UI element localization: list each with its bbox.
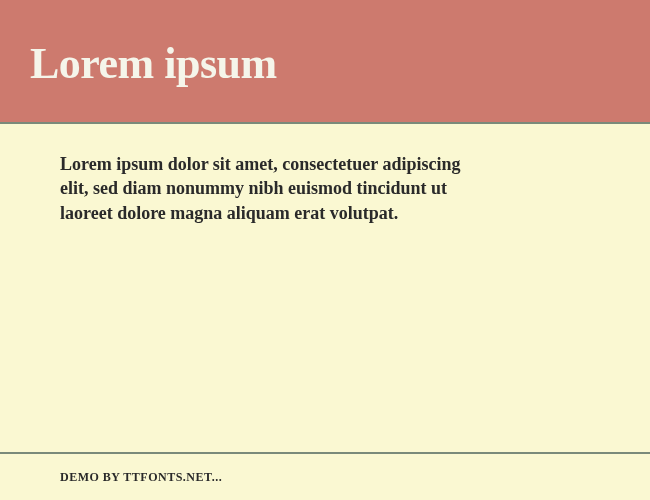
footer-area: DEMO BY TTFONTS.NET... (0, 454, 650, 500)
header-bar: Lorem ipsum (0, 0, 650, 122)
page-title: Lorem ipsum (30, 38, 277, 89)
body-text: Lorem ipsum dolor sit amet, consectetuer… (60, 152, 480, 225)
footer-credit: DEMO BY TTFONTS.NET... (60, 470, 590, 485)
content-area: Lorem ipsum dolor sit amet, consectetuer… (0, 122, 650, 454)
